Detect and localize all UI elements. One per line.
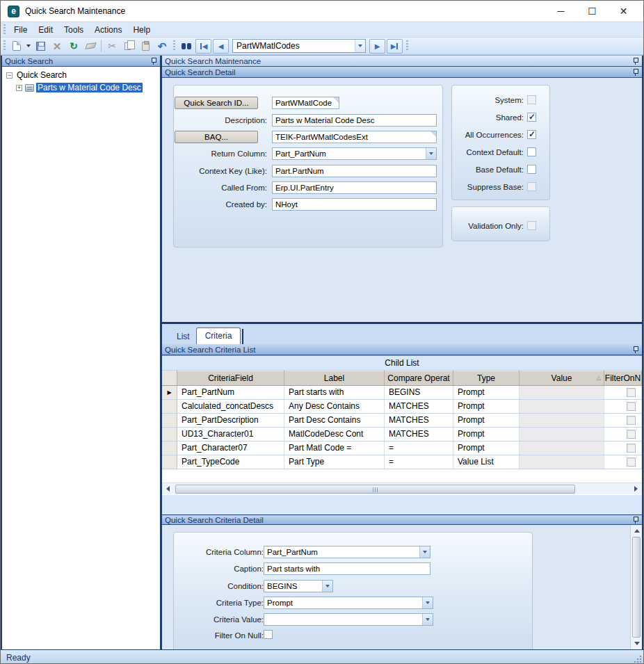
cell-criteriafield[interactable]: Calculated_concatDescs [177, 400, 284, 413]
collapse-icon[interactable]: − [6, 72, 13, 79]
scroll-left-button[interactable] [162, 483, 174, 495]
cell-criteriafield[interactable]: Part_Character07 [177, 442, 284, 455]
next-record-button[interactable]: ▶ [369, 39, 385, 54]
new-dropdown-caret[interactable] [25, 38, 32, 54]
cell-value[interactable] [520, 386, 604, 399]
baq-button[interactable]: BAQ... [175, 131, 258, 143]
row-selector[interactable] [162, 442, 177, 455]
cell-value[interactable] [520, 455, 604, 469]
all-occurrences-checkbox[interactable] [527, 130, 536, 139]
cell-criteriafield[interactable]: Part_TypeCode [177, 455, 284, 469]
row-selector[interactable] [162, 455, 177, 469]
cell-label[interactable]: MatlCodeDesc Cont [284, 428, 385, 441]
scroll-up-button[interactable] [631, 525, 643, 537]
filter-on-null-checkbox[interactable] [264, 630, 273, 639]
toolbar-grip[interactable] [3, 40, 6, 52]
table-row[interactable]: Calculated_concatDescs Any Desc Contains… [162, 400, 642, 414]
toolbar-grip-3[interactable] [405, 40, 409, 52]
row-selector[interactable] [162, 400, 177, 413]
pin-icon[interactable] [633, 517, 639, 524]
menu-help[interactable]: Help [127, 23, 156, 37]
column-header-criteriafield[interactable]: CriteriaField [177, 371, 284, 385]
pin-icon[interactable] [151, 58, 157, 65]
delete-button[interactable]: ✕ [49, 38, 65, 54]
cell-type[interactable]: Prompt [453, 442, 520, 455]
cell-compare[interactable]: MATCHES [385, 428, 453, 441]
column-header-type[interactable]: Type [453, 371, 520, 385]
cell-compare[interactable]: BEGINS [385, 386, 453, 399]
shared-checkbox[interactable] [527, 113, 536, 122]
tab-criteria[interactable]: Criteria [196, 327, 241, 344]
created-by-field[interactable]: NHoyt [272, 198, 437, 211]
table-row[interactable]: UD13_Character01 MatlCodeDesc Cont MATCH… [162, 428, 642, 442]
previous-record-button[interactable]: ◀ [213, 39, 229, 54]
cell-label[interactable]: Part starts with [284, 386, 385, 399]
cell-label[interactable]: Part Desc Contains [284, 414, 385, 427]
search-button[interactable] [178, 38, 195, 54]
new-button[interactable] [8, 38, 25, 54]
cell-label[interactable]: Part Type [284, 455, 385, 469]
table-row[interactable]: Part_PartDescription Part Desc Contains … [162, 414, 642, 428]
cut-button[interactable]: ✂ [104, 38, 120, 54]
cell-type[interactable]: Prompt [453, 414, 520, 427]
close-button[interactable]: ✕ [608, 2, 639, 20]
paste-button[interactable] [137, 38, 154, 54]
column-header-label[interactable]: Label [284, 371, 385, 385]
context-default-checkbox[interactable] [527, 147, 536, 156]
pin-icon[interactable] [633, 58, 639, 65]
horizontal-scrollbar[interactable] [162, 483, 642, 494]
last-record-button[interactable]: ▶ [387, 39, 403, 54]
copy-button[interactable] [120, 38, 137, 54]
minimize-button[interactable]: ─ [545, 2, 577, 20]
cell-value[interactable] [520, 442, 604, 455]
scroll-down-button[interactable] [631, 638, 643, 649]
cell-type[interactable]: Prompt [453, 400, 520, 413]
menu-edit[interactable]: Edit [33, 23, 58, 37]
cell-criteriafield[interactable]: Part_PartDescription [177, 414, 284, 427]
clear-button[interactable] [82, 38, 99, 54]
first-record-button[interactable]: ◀ [195, 39, 211, 54]
menu-tools[interactable]: Tools [58, 23, 89, 37]
resize-grip[interactable] [633, 654, 641, 663]
cell-compare[interactable]: MATCHES [385, 414, 453, 427]
scrollbar-thumb[interactable] [175, 485, 575, 494]
toolbar-grip-2[interactable] [172, 40, 176, 52]
row-selector[interactable] [162, 414, 177, 427]
expand-icon[interactable]: + [16, 85, 22, 91]
pin-icon[interactable] [633, 69, 639, 76]
caption-field[interactable]: Part starts with [264, 562, 430, 575]
base-default-checkbox[interactable] [527, 165, 536, 174]
tree-node-row[interactable]: + Parts w Material Code Desc [3, 82, 159, 93]
menu-grip[interactable] [3, 24, 6, 35]
called-from-field[interactable]: Erp.UI.PartEntry [272, 181, 437, 194]
baq-field[interactable]: TEIK-PartWMatlCodesExt [272, 131, 437, 143]
cell-compare[interactable]: = [385, 442, 453, 455]
record-combobox[interactable]: PartWMatlCodes [232, 39, 366, 53]
cell-criteriafield[interactable]: UD13_Character01 [177, 428, 284, 441]
cell-label[interactable]: Any Desc Contains [284, 400, 385, 413]
menu-file[interactable]: File [8, 23, 33, 37]
maximize-button[interactable]: ☐ [577, 2, 608, 20]
cell-label[interactable]: Part Matl Code = [284, 442, 385, 455]
row-selector[interactable]: ▶ [162, 386, 177, 399]
table-row[interactable]: Part_TypeCode Part Type = Value List [162, 455, 642, 469]
scrollbar-thumb[interactable] [632, 537, 641, 638]
save-button[interactable] [32, 38, 49, 54]
undo-button[interactable]: ↶ [154, 38, 170, 54]
cell-criteriafield[interactable]: Part_PartNum [177, 386, 284, 399]
criteria-type-dropdown[interactable]: Prompt [264, 597, 433, 609]
quick-search-id-button[interactable]: Quick Search ID... [175, 97, 258, 109]
record-combobox-arrow[interactable] [355, 40, 365, 52]
criteria-column-dropdown[interactable]: Part_PartNum [264, 546, 430, 558]
cell-type[interactable]: Prompt [453, 428, 520, 441]
cell-compare[interactable]: MATCHES [385, 400, 453, 413]
description-field[interactable]: Parts w Material Code Desc [272, 114, 437, 127]
cell-value[interactable] [520, 414, 604, 427]
table-row[interactable]: ▶ Part_PartNum Part starts with BEGINS P… [162, 386, 642, 400]
tree-selected-node[interactable]: Parts w Material Code Desc [36, 83, 143, 92]
row-selector[interactable] [162, 428, 177, 441]
cell-value[interactable] [520, 400, 604, 413]
table-row[interactable]: Part_Character07 Part Matl Code = = Prom… [162, 442, 642, 455]
return-column-dropdown[interactable]: Part_PartNum [272, 147, 437, 160]
scroll-right-button[interactable] [630, 483, 642, 495]
